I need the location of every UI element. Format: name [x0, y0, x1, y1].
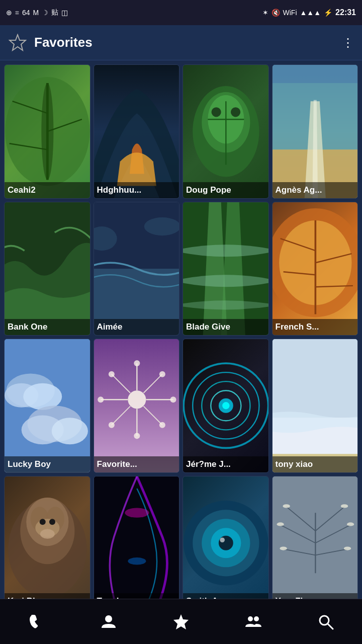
grid-item-jerome[interactable]: Jér?me J...: [183, 339, 269, 473]
grid-item-french-s[interactable]: French S...: [272, 202, 358, 336]
svg-point-70: [49, 519, 55, 525]
grid-label-ceahi2: Ceahi2: [5, 182, 90, 198]
svg-point-36: [52, 418, 88, 444]
svg-point-73: [125, 508, 149, 517]
64-icon: 64: [22, 9, 30, 17]
bluetooth-icon: ✶: [262, 9, 268, 17]
svg-point-21: [144, 217, 179, 235]
svg-point-46: [134, 360, 140, 366]
svg-line-44: [111, 406, 130, 425]
nav-search[interactable]: [301, 604, 351, 639]
signal-icon: ▲▲▲: [300, 9, 321, 17]
svg-point-52: [108, 422, 114, 428]
svg-point-48: [98, 396, 104, 403]
menu-button[interactable]: ⋮: [342, 36, 354, 50]
grid-label-hdghuu: Hdghhuu...: [94, 182, 179, 198]
bottom-nav: [0, 599, 362, 644]
grid-label-jerome: Jér?me J...: [183, 456, 268, 472]
grid-item-smith-aar[interactable]: Smith Aar...: [183, 476, 269, 610]
svg-point-80: [220, 537, 225, 542]
svg-line-100: [328, 624, 333, 629]
svg-marker-96: [173, 614, 189, 629]
grid-item-tony-xiao[interactable]: tony xiao: [272, 339, 358, 473]
svg-point-13: [231, 107, 240, 117]
grid-item-yam-zhu[interactable]: Yam Zhu: [272, 476, 358, 610]
grid-item-tom-lee[interactable]: Tom Lee: [94, 476, 180, 610]
svg-point-92: [346, 522, 353, 526]
svg-point-53: [159, 371, 165, 377]
star-icon: [8, 33, 27, 52]
svg-point-95: [105, 615, 112, 622]
status-left: ⊕ ⌗ 64 M ☽ 贴 ◫: [6, 8, 68, 17]
svg-point-90: [340, 504, 347, 508]
svg-point-47: [134, 433, 140, 439]
grid-item-agnes[interactable]: Agnès Ag...: [272, 64, 358, 199]
svg-point-91: [277, 522, 284, 526]
clipboard-icon: 贴: [51, 8, 58, 17]
grid-item-blade-give[interactable]: Blade Give: [183, 202, 269, 336]
svg-point-51: [159, 422, 165, 428]
usb-icon: ⌗: [15, 9, 19, 17]
grid-label-blade-give: Blade Give: [183, 319, 268, 335]
svg-point-89: [283, 504, 290, 508]
svg-point-71: [40, 529, 55, 538]
nav-contacts[interactable]: [83, 604, 134, 639]
svg-point-12: [211, 107, 221, 117]
svg-rect-60: [273, 339, 358, 418]
grid-label-french-s: French S...: [273, 319, 358, 335]
svg-point-79: [219, 535, 233, 550]
svg-point-97: [248, 616, 253, 621]
svg-rect-16: [273, 65, 358, 83]
grid-label-lucky-boy: Lucky Boy: [5, 456, 90, 472]
nav-phone[interactable]: [11, 604, 61, 639]
svg-line-42: [111, 374, 130, 393]
svg-marker-0: [10, 35, 26, 50]
nav-groups[interactable]: [228, 604, 279, 639]
svg-point-98: [254, 616, 259, 621]
grid-item-keri-bhgc[interactable]: Keri Bhgc...: [4, 476, 90, 610]
gmail-icon: M: [33, 9, 39, 17]
grid-label-agnes: Agnès Ag...: [273, 182, 358, 198]
svg-point-50: [108, 371, 114, 377]
grid-item-aimee[interactable]: Aimée: [94, 202, 180, 336]
svg-point-37: [128, 390, 146, 409]
battery-icon: ⚡: [324, 9, 332, 17]
svg-point-49: [170, 396, 176, 403]
mute-icon: 🔇: [272, 9, 280, 17]
wifi-icon: WiFi: [283, 9, 297, 17]
svg-rect-72: [94, 476, 179, 610]
grid-item-favorite[interactable]: Favorite...: [94, 339, 180, 473]
status-right: ✶ 🔇 WiFi ▲▲▲ ⚡ 22:31: [262, 8, 356, 17]
favorites-grid: Ceahi2 Hdghhuu... Doug Pope: [0, 60, 362, 614]
grid-label-aimee: Aimée: [94, 319, 179, 335]
grid-item-lucky-boy[interactable]: Lucky Boy: [4, 339, 90, 473]
svg-line-43: [143, 406, 162, 425]
nav-favorites[interactable]: [156, 604, 206, 639]
svg-line-45: [143, 374, 162, 393]
svg-point-59: [222, 402, 229, 409]
status-bar: ⊕ ⌗ 64 M ☽ 贴 ◫ ✶ 🔇 WiFi ▲▲▲ ⚡ 22:31: [0, 0, 362, 25]
grid-item-hdghuu[interactable]: Hdghhuu...: [94, 64, 180, 199]
svg-point-94: [343, 546, 350, 550]
svg-point-69: [40, 519, 46, 525]
grid-label-favorite: Favorite...: [94, 456, 179, 472]
grid-item-doug-pope[interactable]: Doug Pope: [183, 64, 269, 199]
grid-label-tony-xiao: tony xiao: [273, 456, 358, 472]
grid-item-bank-one[interactable]: Bank One: [4, 202, 90, 336]
add-icon: ⊕: [6, 9, 12, 17]
moon-icon: ☽: [42, 9, 48, 17]
svg-point-74: [128, 557, 146, 565]
header: Favorites ⋮: [0, 25, 362, 60]
grid-item-ceahi2[interactable]: Ceahi2: [4, 64, 90, 199]
rss-icon: ◫: [61, 9, 68, 17]
grid-label-bank-one: Bank One: [5, 319, 90, 335]
svg-point-93: [280, 546, 287, 550]
grid-label-doug-pope: Doug Pope: [183, 182, 268, 198]
time-display: 22:31: [335, 8, 356, 17]
page-title: Favorites: [34, 35, 342, 50]
